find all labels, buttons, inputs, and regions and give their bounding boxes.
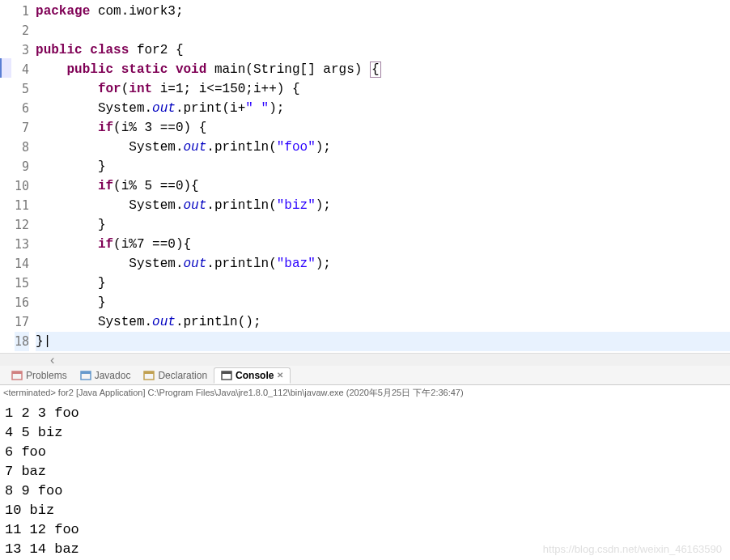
svg-rect-7 [222, 371, 231, 374]
console-line: 10 biz [5, 501, 725, 520]
line-number: 18 [15, 332, 29, 351]
line-number: 10 [15, 176, 29, 196]
code-line[interactable]: if(i% 3 ==0) { [36, 118, 730, 138]
marker-cell [0, 330, 11, 350]
line-number: 7 [15, 118, 29, 138]
bottom-tabs: ProblemsJavadocDeclarationConsole ✕ [0, 366, 730, 385]
line-number: 6 [15, 99, 29, 118]
line-number: 11 [15, 196, 29, 215]
tab-label: Problems [26, 370, 67, 381]
marker-column [0, 0, 11, 353]
marker-cell [0, 19, 11, 39]
line-number: 13 [15, 235, 29, 254]
svg-rect-5 [144, 371, 154, 374]
marker-cell [0, 291, 11, 311]
console-line: 8 9 foo [5, 482, 725, 501]
svg-rect-3 [81, 371, 91, 374]
code-line[interactable]: if(i% 5 ==0){ [36, 176, 730, 196]
tab-console[interactable]: Console ✕ [214, 367, 291, 384]
line-number-gutter: 123456789101112131415161718 [11, 0, 36, 353]
code-line[interactable]: } [36, 215, 730, 235]
code-area[interactable]: package com.iwork3; public class for2 { … [36, 0, 730, 353]
line-number: 9 [15, 157, 29, 176]
watermark-text: https://blog.csdn.net/weixin_46163590 [543, 543, 722, 555]
marker-cell [0, 272, 11, 291]
code-line[interactable]: System.out.println("baz"); [36, 254, 730, 274]
code-line[interactable]: }| [36, 332, 730, 351]
marker-cell [0, 136, 11, 155]
code-line[interactable]: } [36, 157, 730, 176]
line-number: 15 [15, 274, 29, 293]
code-line[interactable]: System.out.print(i+" "); [36, 99, 730, 118]
console-line: 1 2 3 foo [5, 404, 725, 423]
code-line[interactable]: } [36, 274, 730, 293]
console-line: 4 5 biz [5, 423, 725, 443]
console-status-line: <terminated> for2 [Java Application] C:\… [0, 385, 730, 401]
marker-cell [0, 214, 11, 233]
marker-cell [0, 58, 11, 78]
svg-rect-1 [12, 371, 22, 374]
tab-javadoc[interactable]: Javadoc [74, 368, 138, 383]
line-number: 4 [15, 60, 29, 79]
tab-label: Javadoc [95, 370, 131, 381]
horizontal-scrollbar[interactable]: ‹ [0, 353, 730, 366]
tab-problems[interactable]: Problems [5, 368, 74, 383]
tab-declaration[interactable]: Declaration [137, 368, 214, 383]
marker-cell [0, 252, 11, 272]
marker-cell [0, 175, 11, 194]
code-line[interactable]: package com.iwork3; [36, 2, 730, 21]
code-line[interactable]: System.out.println("biz"); [36, 196, 730, 215]
problems-icon [11, 370, 23, 381]
line-number: 17 [15, 312, 29, 332]
marker-cell [0, 194, 11, 214]
code-line[interactable]: System.out.println(); [36, 312, 730, 332]
marker-cell [0, 0, 11, 19]
tab-label: Declaration [158, 370, 207, 381]
tab-label: Console [236, 370, 274, 381]
console-output[interactable]: 1 2 3 foo4 5 biz6 foo7 baz8 9 foo10 biz1… [0, 401, 730, 560]
line-number: 2 [15, 21, 29, 40]
code-line[interactable]: System.out.println("foo"); [36, 138, 730, 157]
console-line: 6 foo [5, 443, 725, 462]
code-line[interactable]: for(int i=1; i<=150;i++) { [36, 79, 730, 99]
line-number: 1 [15, 2, 29, 21]
line-number: 14 [15, 254, 29, 274]
line-number: 3 [15, 40, 29, 60]
line-number: 5 [15, 79, 29, 99]
line-number: 12 [15, 215, 29, 235]
declaration-icon [143, 370, 155, 381]
javadoc-icon [80, 370, 91, 381]
line-number: 8 [15, 138, 29, 157]
console-line: 11 12 foo [5, 520, 725, 540]
line-number: 16 [15, 293, 29, 312]
code-line[interactable]: public class for2 { [36, 40, 730, 60]
code-editor[interactable]: 123456789101112131415161718 package com.… [0, 0, 730, 353]
marker-cell [0, 39, 11, 58]
code-line[interactable]: public static void main(String[] args) { [36, 60, 730, 79]
close-icon[interactable]: ✕ [277, 371, 283, 380]
console-icon [221, 370, 232, 381]
code-line[interactable] [36, 21, 730, 40]
code-line[interactable]: if(i%7 ==0){ [36, 235, 730, 254]
console-line: 7 baz [5, 462, 725, 482]
code-line[interactable]: } [36, 293, 730, 312]
marker-cell [0, 311, 11, 330]
marker-cell [0, 155, 11, 175]
marker-cell [0, 233, 11, 252]
marker-cell [0, 117, 11, 136]
marker-cell [0, 78, 11, 97]
scroll-left-arrow[interactable]: ‹ [49, 354, 65, 366]
marker-cell [0, 97, 11, 117]
